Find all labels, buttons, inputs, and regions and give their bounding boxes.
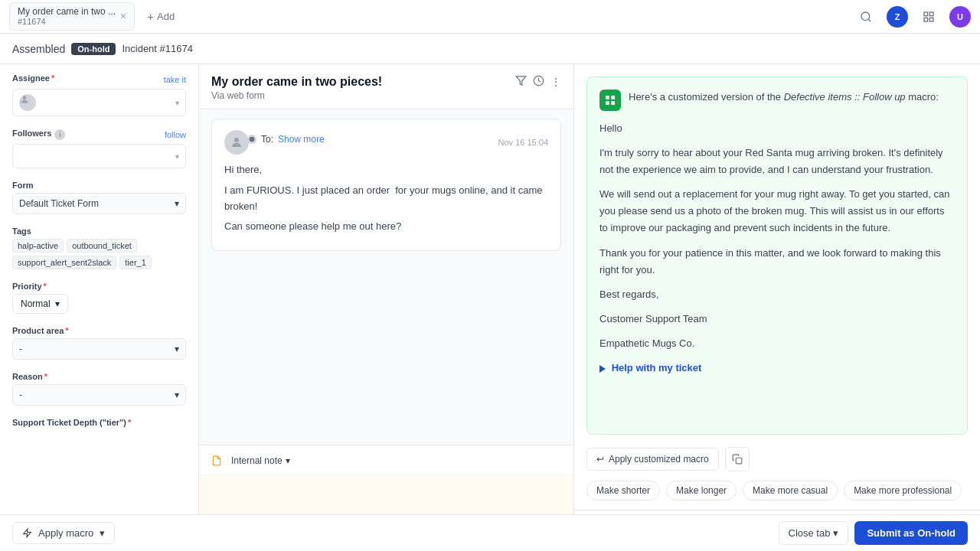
internal-note-button[interactable]: Internal note ▾ — [227, 453, 295, 468]
apply-customized-macro-button[interactable]: ↩ Apply customized macro — [586, 448, 719, 471]
ticket-depth-label: Support Ticket Depth ("tier") — [12, 418, 186, 427]
message-card: To: Show more Nov 16 15:04 Hi there, I a… — [211, 119, 561, 251]
close-tab-chevron-icon: ▾ — [833, 527, 838, 539]
product-area-label: Product area — [12, 326, 186, 335]
message-body: Hi there, I am FURIOUS. I just placed an… — [224, 162, 548, 235]
followers-label: Followers — [12, 129, 51, 138]
priority-section: Priority Normal ▾ — [12, 282, 186, 314]
reason-chevron-icon: ▾ — [175, 390, 179, 400]
svg-rect-5 — [929, 18, 933, 21]
apply-macro-arrow-icon: ↩ — [596, 454, 604, 465]
form-chevron-icon: ▾ — [175, 198, 179, 209]
form-section: Form Default Ticket Form ▾ — [12, 181, 186, 214]
ticket-title: My order came in two pieces! — [211, 75, 382, 89]
apply-macro-dropdown[interactable]: Apply macro ▾ — [12, 522, 115, 544]
incident-label: Incident #11674 — [122, 43, 193, 54]
form-value: Default Ticket Form — [19, 198, 99, 209]
svg-marker-16 — [24, 529, 31, 537]
topbar: My order came in two ... #11674 × + Add … — [0, 0, 980, 34]
reply-type-bar: Internal note ▾ — [199, 445, 573, 475]
svg-point-9 — [234, 138, 239, 142]
tag-halp-active: halp-active — [12, 239, 64, 253]
message-timestamp: Nov 16 15:04 — [498, 138, 548, 147]
followers-info-icon[interactable]: i — [54, 129, 65, 140]
tab-title: My order came in two ... — [18, 6, 116, 17]
make-more-casual-chip[interactable]: Make more casual — [743, 481, 838, 500]
show-more-link[interactable]: Show more — [278, 134, 325, 145]
ticket-thread: To: Show more Nov 16 15:04 Hi there, I a… — [199, 109, 573, 445]
ai-para-2: We will send out a replacement for your … — [599, 186, 955, 236]
ticket-header: My order came in two pieces! Via web for… — [199, 64, 573, 109]
product-area-select[interactable]: - ▾ — [12, 338, 186, 360]
svg-rect-4 — [924, 18, 928, 21]
followers-section: Followers i follow ▾ — [12, 129, 186, 168]
bottom-bar: Apply macro ▾ Close tab ▾ Submit as On-h… — [0, 514, 980, 551]
take-it-link[interactable]: take it — [164, 75, 186, 84]
status-badge: On-hold — [71, 43, 116, 55]
copy-button[interactable] — [725, 447, 750, 471]
triangle-icon — [599, 365, 606, 373]
ticket-source: Via web form — [211, 90, 382, 101]
message-line-3: Can someone please help me out here? — [224, 219, 548, 235]
priority-select[interactable]: Normal ▾ — [12, 294, 68, 314]
tag-tier1: tier_1 — [119, 256, 152, 269]
grid-icon[interactable] — [917, 5, 940, 28]
submit-button[interactable]: Submit as On-hold — [854, 521, 968, 545]
close-tab-icon[interactable]: × — [120, 10, 126, 22]
main-layout: Assignee take it ▾ Followers i follow ▾ — [0, 64, 980, 551]
ai-para-3: Thank you for your patience in this matt… — [599, 245, 955, 279]
priority-label: Priority — [12, 282, 186, 291]
search-button[interactable] — [854, 5, 877, 28]
tags-container: halp-active outbound_ticket support_aler… — [12, 239, 186, 269]
copy-icon — [732, 454, 743, 465]
lightning-icon — [22, 528, 32, 538]
make-longer-chip[interactable]: Make longer — [666, 481, 737, 500]
svg-line-1 — [868, 19, 871, 21]
history-icon[interactable] — [533, 75, 544, 89]
breadcrumb-bar: Assembled On-hold Incident #11674 — [0, 34, 980, 64]
svg-rect-12 — [611, 96, 615, 99]
make-more-professional-chip[interactable]: Make more professional — [844, 481, 962, 500]
suggestion-chips: Make shorter Make longer Make more casua… — [574, 481, 980, 510]
macro-dropdown-chevron-icon: ▾ — [100, 527, 105, 539]
close-tab-label: Close tab — [789, 527, 831, 539]
tags-label: Tags — [12, 227, 186, 236]
assignee-avatar — [19, 94, 36, 111]
right-panel: Here's a customized version of the Defec… — [574, 64, 980, 551]
to-line: To: Show more — [261, 134, 325, 145]
internal-note-label: Internal note — [231, 455, 283, 466]
assignee-selector[interactable]: ▾ — [12, 89, 186, 116]
svg-rect-11 — [606, 96, 609, 99]
reason-value: - — [19, 390, 22, 400]
followers-content: ▾ — [12, 144, 186, 168]
bottom-right-actions: Close tab ▾ Submit as On-hold — [779, 521, 968, 545]
form-select[interactable]: Default Ticket Form ▾ — [12, 193, 186, 214]
message-line-1: Hi there, — [224, 162, 548, 178]
add-label: Add — [157, 11, 175, 22]
priority-value: Normal — [21, 298, 51, 309]
svg-rect-15 — [736, 458, 742, 464]
more-options-icon[interactable]: ⋮ — [550, 76, 561, 88]
user-avatar[interactable]: Z — [887, 6, 908, 28]
tag-support-alert: support_alert_sent2slack — [12, 256, 116, 269]
ai-body: Hello I'm truly sorry to hear about your… — [599, 120, 955, 377]
ai-macro-name: Defective items :: Follow up — [784, 91, 906, 103]
svg-point-6 — [23, 96, 27, 99]
add-button[interactable]: + Add — [141, 7, 181, 26]
note-icon — [211, 455, 222, 466]
reason-select[interactable]: - ▾ — [12, 384, 186, 406]
message-meta: To: Show more Nov 16 15:04 — [224, 130, 548, 155]
make-shorter-chip[interactable]: Make shorter — [586, 481, 660, 500]
profile-avatar[interactable]: U — [949, 6, 971, 28]
left-sidebar: Assignee take it ▾ Followers i follow ▾ — [0, 64, 199, 551]
apply-macro-bottom-label: Apply macro — [38, 527, 93, 539]
filter-icon[interactable] — [515, 75, 527, 89]
close-tab-button[interactable]: Close tab ▾ — [779, 521, 849, 545]
product-area-chevron-icon: ▾ — [175, 344, 179, 354]
ai-para-hello: Hello — [599, 120, 955, 137]
svg-rect-2 — [924, 12, 928, 16]
help-link[interactable]: Help with my ticket — [612, 362, 702, 373]
follow-link[interactable]: follow — [165, 130, 186, 139]
tab-subtitle: #11674 — [18, 17, 116, 27]
current-tab[interactable]: My order came in two ... #11674 × — [9, 2, 135, 31]
